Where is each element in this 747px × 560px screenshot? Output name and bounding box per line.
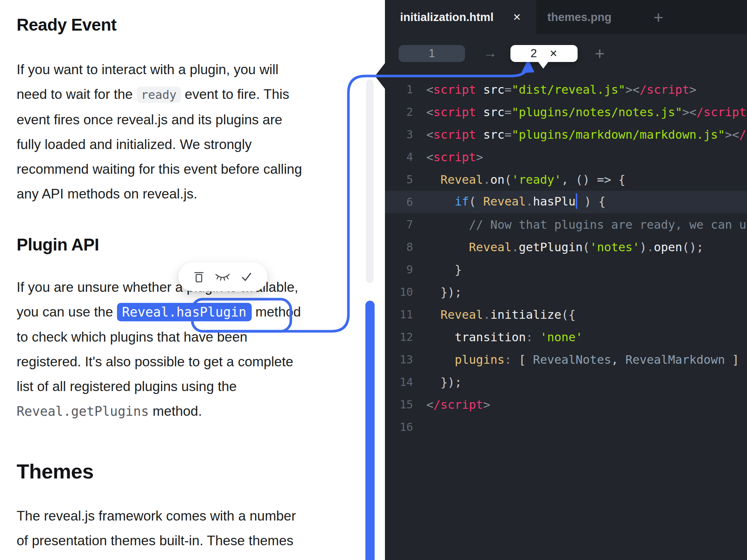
code-line[interactable]: 8 Reveal.getPlugin('notes').open(); bbox=[385, 236, 747, 258]
slide-2-pill[interactable]: 2 ✕ bbox=[510, 45, 578, 62]
text-run: need to wait for the bbox=[17, 87, 137, 102]
line-number: 6 bbox=[385, 196, 413, 208]
highlighted-inline-code: Reveal.hasPlugin bbox=[117, 303, 252, 321]
check-icon[interactable] bbox=[240, 271, 253, 283]
inline-code: ready bbox=[137, 87, 181, 103]
code-line[interactable]: 3<script src="plugins/markdown/markdown.… bbox=[385, 123, 747, 146]
code-text: Reveal.on('ready', () => { bbox=[426, 173, 625, 187]
slide-2-pill-tail bbox=[538, 61, 549, 69]
text-run: to check which plugins that have been bbox=[17, 329, 247, 345]
doc-text-line: fully loaded and initialized. We strongl… bbox=[17, 132, 302, 157]
code-line[interactable]: 12 transition: 'none' bbox=[385, 326, 747, 348]
code-line[interactable]: 9 } bbox=[385, 258, 747, 281]
paragraph: If you are unsure whether a plugin is av… bbox=[17, 275, 301, 424]
text-run: recommend waiting for this event before … bbox=[17, 162, 302, 177]
doc-text-line: The reveal.js framework comes with a num… bbox=[17, 504, 296, 528]
code-line[interactable]: 5 Reveal.on('ready', () => { bbox=[385, 168, 747, 191]
text-run: registered. It's also possible to get a … bbox=[17, 354, 293, 369]
code-line[interactable]: 4<script> bbox=[385, 146, 747, 168]
text-run: all use the same markup and can be switc… bbox=[17, 558, 294, 560]
code-line[interactable]: 15</script> bbox=[385, 393, 747, 416]
slide-navigation: 1 → 2 ✕ + bbox=[385, 0, 747, 74]
code-line[interactable]: 14 }); bbox=[385, 371, 747, 393]
line-number: 3 bbox=[385, 128, 413, 141]
text-run: The reveal.js framework comes with a num… bbox=[17, 508, 296, 523]
doc-text-line: Reveal.getPlugins method. bbox=[17, 399, 301, 424]
doc-text-line: event fires once reveal.js and its plugi… bbox=[17, 107, 302, 132]
code-text: plugins: [ RevealNotes, RevealMarkdown ] bbox=[426, 353, 739, 367]
doc-text-line: you can use the Reveal.hasPlugin method bbox=[17, 300, 301, 325]
code-line[interactable]: 13 plugins: [ RevealNotes, RevealMarkdow… bbox=[385, 348, 747, 371]
line-number: 11 bbox=[385, 308, 413, 321]
line-number: 13 bbox=[385, 353, 413, 366]
close-slide-icon[interactable]: ✕ bbox=[550, 48, 558, 59]
code-line[interactable]: 10 }); bbox=[385, 281, 747, 303]
inline-code: Reveal.getPlugins bbox=[17, 404, 149, 419]
trash-icon[interactable] bbox=[193, 270, 205, 284]
section-heading: Ready Event bbox=[17, 15, 117, 35]
code-text: <script> bbox=[426, 150, 483, 164]
text-run: method bbox=[252, 304, 301, 319]
text-run: list of all registered plugins using the bbox=[17, 379, 237, 394]
code-text: } bbox=[426, 263, 462, 277]
line-number: 15 bbox=[385, 398, 413, 411]
doc-text-line: any API methods on reveal.js. bbox=[17, 182, 302, 206]
arrow-right-icon: → bbox=[477, 44, 503, 62]
code-text: <script src="plugins/notes/notes.js"></s… bbox=[426, 105, 747, 119]
code-line[interactable]: 11 Reveal.initialize({ bbox=[385, 303, 747, 326]
code-line[interactable]: 7 // Now that plugins are ready, we can … bbox=[385, 213, 747, 236]
code-text: }); bbox=[426, 375, 462, 389]
text-run: fully loaded and initialized. We strongl… bbox=[17, 137, 252, 152]
doc-scrollbar-active-section[interactable] bbox=[365, 301, 375, 560]
paragraph: If you want to interact with a plugin, y… bbox=[17, 57, 302, 206]
add-slide-button[interactable]: + bbox=[589, 43, 611, 64]
doc-text-line: registered. It's also possible to get a … bbox=[17, 349, 301, 374]
doc-text-line: need to wait for the ready event to fire… bbox=[17, 82, 302, 107]
text-run: any API methods on reveal.js. bbox=[17, 186, 197, 201]
code-line[interactable]: 2<script src="plugins/notes/notes.js"></… bbox=[385, 101, 747, 123]
doc-text-line: list of all registered plugins using the bbox=[17, 374, 301, 399]
line-number: 8 bbox=[385, 241, 413, 253]
code-text: Reveal.getPlugin('notes').open(); bbox=[426, 240, 703, 254]
code-text: if( Reveal.hasPlu ) { bbox=[426, 194, 606, 210]
code-line[interactable]: 1<script src="dist/reveal.js"></script> bbox=[385, 78, 747, 101]
line-number: 9 bbox=[385, 263, 413, 276]
doc-text-line: to check which plugins that have been bbox=[17, 325, 301, 349]
code-line[interactable]: 16 bbox=[385, 416, 747, 438]
doc-text-line: of presentation themes built-in. These t… bbox=[17, 528, 296, 553]
code-text: <script src="dist/reveal.js"></script> bbox=[426, 83, 696, 97]
code-text: Reveal.initialize({ bbox=[426, 308, 576, 322]
line-number: 10 bbox=[385, 286, 413, 298]
line-number: 12 bbox=[385, 331, 413, 343]
code-editor-pane: initialization.html ✕ themes.png + 1 → 2… bbox=[385, 0, 747, 560]
code-text: // Now that plugins are ready, we can us… bbox=[426, 218, 747, 232]
doc-text-line: If you want to interact with a plugin, y… bbox=[17, 57, 302, 82]
code-text: }); bbox=[426, 285, 462, 299]
code-text: </script> bbox=[426, 398, 490, 412]
line-number: 16 bbox=[385, 421, 413, 433]
text-run: you can use the bbox=[17, 304, 117, 319]
code-text: <script src="plugins/markdown/markdown.j… bbox=[426, 128, 747, 142]
text-run: of presentation themes built-in. These t… bbox=[17, 533, 293, 548]
slide-1-pill[interactable]: 1 bbox=[399, 45, 465, 62]
code-text: transition: 'none' bbox=[426, 330, 583, 344]
line-number: 2 bbox=[385, 106, 413, 118]
text-run: method. bbox=[149, 404, 202, 419]
line-number: 7 bbox=[385, 218, 413, 231]
text-run: If you want to interact with a plugin, y… bbox=[17, 62, 279, 77]
doc-text-line: all use the same markup and can be switc… bbox=[17, 553, 296, 560]
text-run: event fires once reveal.js and its plugi… bbox=[17, 112, 282, 127]
doc-scrollbar-thumb[interactable] bbox=[366, 79, 374, 283]
line-number: 4 bbox=[385, 151, 413, 163]
eye-closed-icon[interactable] bbox=[214, 271, 231, 283]
doc-text-line: recommend waiting for this event before … bbox=[17, 157, 302, 182]
editor-callout-tail bbox=[375, 63, 385, 89]
slide-2-label: 2 bbox=[530, 47, 537, 60]
text-cursor bbox=[576, 193, 577, 209]
paragraph: The reveal.js framework comes with a num… bbox=[17, 504, 296, 560]
code-area[interactable]: 1<script src="dist/reveal.js"></script>2… bbox=[385, 78, 747, 438]
line-number: 14 bbox=[385, 376, 413, 388]
code-line-active[interactable]: 6 if( Reveal.hasPlu ) { bbox=[385, 191, 747, 213]
line-number: 5 bbox=[385, 173, 413, 186]
section-heading: Plugin API bbox=[17, 235, 99, 255]
